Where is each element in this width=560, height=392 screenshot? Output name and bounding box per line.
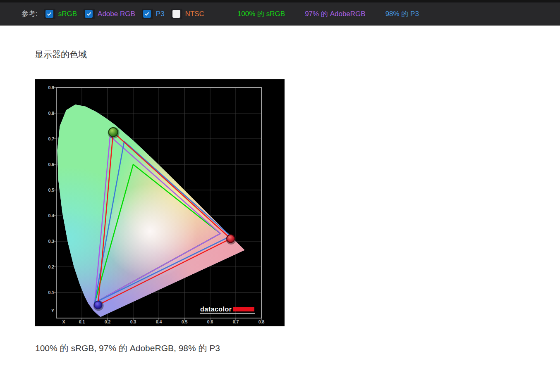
gamut-result-1: 97% 的 AdobeRGB [305, 9, 365, 19]
datacolor-logo-underline [200, 313, 255, 314]
gamut-result-0: 100% 的 sRGB [237, 9, 285, 19]
green-primary-marker [109, 128, 118, 137]
checkbox-srgb[interactable]: sRGB [44, 9, 77, 19]
checkbox-label: Adobe RGB [98, 10, 135, 18]
gamut-result-2: 98% 的 P3 [385, 9, 419, 19]
checked-checkbox-icon[interactable] [143, 10, 151, 18]
checked-checkbox-icon[interactable] [85, 10, 93, 18]
svg-text:0.1: 0.1 [48, 290, 54, 295]
checkbox-plate [84, 9, 95, 19]
checkbox-plate [44, 9, 55, 19]
gamut-results: 100% 的 sRGB97% 的 AdobeRGB98% 的 P3 [211, 9, 419, 19]
svg-text:0.7: 0.7 [48, 136, 54, 141]
checkbox-ntsc[interactable]: NTSC [171, 9, 204, 19]
svg-text:0.6: 0.6 [207, 319, 213, 324]
reference-toolbar: 参考: sRGBAdobe RGBP3NTSC 100% 的 sRGB97% 的… [0, 0, 560, 26]
checkbox-plate [171, 9, 182, 19]
checkbox-p3[interactable]: P3 [142, 9, 165, 19]
gamut-chart: 0.10.20.30.40.50.60.70.80.90.10.20.30.40… [35, 79, 285, 326]
datacolor-logo-bar [233, 307, 254, 311]
reference-checkbox-group: sRGBAdobe RGBP3NTSC [44, 9, 211, 19]
checkbox-label: sRGB [58, 10, 77, 18]
blue-primary-marker [94, 301, 102, 309]
checked-checkbox-icon[interactable] [45, 10, 53, 18]
checkbox-adobe-rgb[interactable]: Adobe RGB [84, 9, 135, 19]
svg-text:0.4: 0.4 [48, 213, 54, 218]
red-primary-marker [227, 235, 235, 242]
checkbox-label: NTSC [185, 10, 204, 18]
y-axis-label: Y [51, 308, 54, 313]
svg-text:0.2: 0.2 [105, 319, 111, 324]
gamut-summary-caption: 100% 的 sRGB, 97% 的 AdobeRGB, 98% 的 P3 [35, 342, 220, 354]
svg-text:0.8: 0.8 [258, 319, 265, 324]
checkbox-label: P3 [156, 10, 165, 18]
datacolor-logo-text: datacolor [200, 306, 232, 313]
svg-text:0.5: 0.5 [182, 319, 188, 324]
svg-text:0.4: 0.4 [156, 319, 162, 324]
reference-label: 参考: [22, 9, 38, 19]
svg-text:0.3: 0.3 [130, 319, 136, 324]
x-axis-label: X [62, 319, 65, 324]
svg-text:0.5: 0.5 [48, 188, 54, 192]
unchecked-checkbox-icon[interactable] [172, 10, 180, 18]
svg-text:0.7: 0.7 [233, 319, 239, 324]
page-title: 显示器的色域 [35, 49, 87, 60]
svg-text:0.9: 0.9 [48, 85, 54, 90]
svg-text:0.1: 0.1 [79, 319, 85, 324]
svg-text:0.8: 0.8 [48, 111, 54, 116]
svg-text:0.6: 0.6 [48, 162, 54, 167]
svg-text:0.3: 0.3 [48, 239, 54, 244]
chromaticity-diagram: 0.10.20.30.40.50.60.70.80.90.10.20.30.40… [35, 79, 285, 326]
svg-text:0.2: 0.2 [48, 264, 54, 269]
checkbox-plate [142, 9, 153, 19]
